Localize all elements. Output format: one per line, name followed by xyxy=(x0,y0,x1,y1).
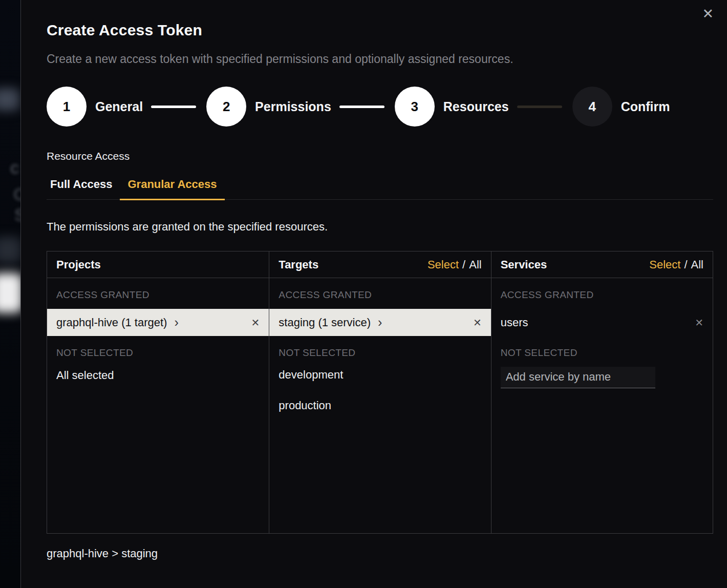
tab-full-access[interactable]: Full Access xyxy=(42,178,120,200)
not-selected-heading: NOT SELECTED xyxy=(491,336,713,359)
select-all-divider: / xyxy=(684,258,687,271)
blurred-text-fragment: c xyxy=(10,158,19,178)
remove-icon[interactable]: ✕ xyxy=(473,317,482,329)
column-title: Projects xyxy=(56,258,101,271)
remove-icon[interactable]: ✕ xyxy=(695,317,703,329)
services-column-header: Services Select/All xyxy=(491,251,713,278)
targets-column: Targets Select/All ACCESS GRANTED stagin… xyxy=(269,251,490,533)
step-confirm[interactable]: 4 Confirm xyxy=(572,87,670,127)
step-number-circle: 3 xyxy=(395,87,435,127)
service-row-users[interactable]: users ✕ xyxy=(491,309,713,336)
step-label: Confirm xyxy=(621,99,670,114)
target-item-development[interactable]: development xyxy=(269,361,490,389)
chevron-right-icon: › xyxy=(378,316,382,329)
remove-icon[interactable]: ✕ xyxy=(251,317,260,329)
column-title: Services xyxy=(501,258,547,271)
blurred-text-fragment: C xyxy=(13,184,20,204)
row-label: graphql-hive (1 target) xyxy=(56,316,167,329)
services-column: Services Select/All ACCESS GRANTED users… xyxy=(491,251,713,533)
access-granted-heading: ACCESS GRANTED xyxy=(491,278,713,301)
all-link[interactable]: All xyxy=(691,258,703,271)
modal-description: Create a new access token with specified… xyxy=(47,52,713,66)
row-label: users xyxy=(501,316,528,329)
blurred-background-shape xyxy=(0,237,20,263)
tab-granular-access[interactable]: Granular Access xyxy=(120,178,224,200)
modal-title: Create Access Token xyxy=(47,22,713,39)
step-connector xyxy=(151,106,196,108)
breadcrumb: graphql-hive > staging xyxy=(47,547,713,560)
not-selected-heading: NOT SELECTED xyxy=(269,336,490,359)
select-link[interactable]: Select xyxy=(427,258,459,271)
access-granted-heading: ACCESS GRANTED xyxy=(269,278,490,301)
access-tabs: Full Access Granular Access xyxy=(47,178,713,200)
project-row-graphql-hive[interactable]: graphql-hive (1 target) › ✕ xyxy=(47,309,269,336)
target-row-staging[interactable]: staging (1 service) › ✕ xyxy=(269,309,490,336)
wizard-stepper: 1 General 2 Permissions 3 Resources 4 Co… xyxy=(47,87,713,127)
resource-picker: Projects ACCESS GRANTED graphql-hive (1 … xyxy=(47,251,713,534)
create-access-token-modal: ✕ Create Access Token Create a new acces… xyxy=(20,0,727,588)
step-resources[interactable]: 3 Resources xyxy=(395,87,509,127)
blurred-background-shape xyxy=(0,273,20,313)
step-general[interactable]: 1 General xyxy=(47,87,143,127)
step-connector xyxy=(517,106,562,108)
step-permissions[interactable]: 2 Permissions xyxy=(206,87,331,127)
target-item-production[interactable]: production xyxy=(269,391,490,420)
projects-column: Projects ACCESS GRANTED graphql-hive (1 … xyxy=(47,251,269,533)
select-all-divider: / xyxy=(462,258,465,271)
step-label: Permissions xyxy=(255,99,331,114)
row-label: staging (1 service) xyxy=(279,316,371,329)
column-title: Targets xyxy=(279,258,318,271)
close-icon[interactable]: ✕ xyxy=(702,7,714,21)
all-link[interactable]: All xyxy=(469,258,481,271)
granular-access-description: The permissions are granted on the speci… xyxy=(47,220,713,234)
step-number-circle: 1 xyxy=(47,87,87,127)
select-all-controls: Select/All xyxy=(649,258,703,271)
all-selected-note: All selected xyxy=(47,359,269,382)
targets-column-header: Targets Select/All xyxy=(269,251,490,278)
page-backdrop: c C S xyxy=(0,0,20,588)
chevron-right-icon: › xyxy=(174,316,178,329)
add-service-input[interactable] xyxy=(501,367,655,388)
select-link[interactable]: Select xyxy=(649,258,680,271)
projects-column-header: Projects xyxy=(47,251,269,278)
step-label: General xyxy=(95,99,143,114)
step-number-circle: 4 xyxy=(572,87,612,127)
resource-access-heading: Resource Access xyxy=(47,150,713,162)
step-connector xyxy=(339,106,384,108)
step-label: Resources xyxy=(443,99,509,114)
not-selected-heading: NOT SELECTED xyxy=(47,336,269,359)
access-granted-heading: ACCESS GRANTED xyxy=(47,278,269,301)
blurred-text-fragment: S xyxy=(14,205,20,225)
step-number-circle: 2 xyxy=(206,87,246,127)
blurred-background-shape xyxy=(0,88,19,111)
select-all-controls: Select/All xyxy=(427,258,482,271)
